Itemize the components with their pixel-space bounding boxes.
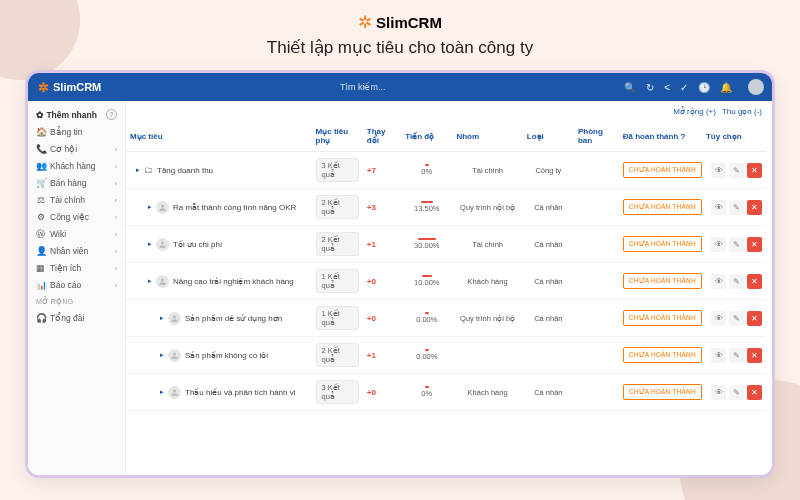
- delete-icon[interactable]: ✕: [747, 348, 762, 363]
- status-button[interactable]: CHƯA HOÀN THÀNH: [623, 384, 702, 400]
- sidebar-item-phone[interactable]: 📞Cơ hội‹: [28, 141, 125, 158]
- objective-name[interactable]: Nâng cao trải nghiệm khách hàng: [173, 277, 294, 286]
- gear-icon: ⚙: [36, 213, 45, 222]
- delete-icon[interactable]: ✕: [747, 237, 762, 252]
- sidebar-item-person[interactable]: 👤Nhân viên‹: [28, 243, 125, 260]
- sidebar-item-users[interactable]: 👥Khách hàng‹: [28, 158, 125, 175]
- view-icon[interactable]: 👁: [711, 163, 726, 178]
- person-icon: 👤: [36, 247, 45, 256]
- result-count-pill[interactable]: 1 Kết quả: [316, 269, 359, 293]
- dept-value: [574, 263, 619, 300]
- table-row: ▸🗂Tăng doanh thu3 Kết quả+70%Tài chínhCô…: [126, 152, 766, 189]
- edit-icon[interactable]: ✎: [729, 274, 744, 289]
- objective-name[interactable]: Tăng doanh thu: [157, 166, 213, 175]
- caret-icon[interactable]: ▸: [148, 203, 152, 211]
- progress-value: 10.00%: [405, 275, 448, 287]
- caret-icon[interactable]: ▸: [160, 388, 164, 396]
- gear-icon: ✲: [38, 80, 49, 95]
- change-value: +7: [367, 166, 376, 175]
- delete-icon[interactable]: ✕: [747, 311, 762, 326]
- sidebar-item-tongdai[interactable]: 🎧Tổng đài: [28, 310, 125, 327]
- sidebar-item-chart[interactable]: 📊Báo cáo‹: [28, 277, 125, 294]
- result-count-pill[interactable]: 2 Kết quả: [316, 195, 359, 219]
- w-icon: Ⓦ: [36, 230, 45, 239]
- status-button[interactable]: CHƯA HOÀN THÀNH: [623, 273, 702, 289]
- objective-name[interactable]: Sản phẩm không có lỗi: [185, 351, 268, 360]
- table-row: ▸Sản phẩm không có lỗi2 Kết quả+10.00%CH…: [126, 337, 766, 374]
- objective-name[interactable]: Sản phẩm dễ sử dụng hơn: [185, 314, 282, 323]
- clock-icon[interactable]: 🕑: [698, 82, 710, 93]
- delete-icon[interactable]: ✕: [747, 385, 762, 400]
- check-icon[interactable]: ✓: [680, 82, 688, 93]
- delete-icon[interactable]: ✕: [747, 274, 762, 289]
- view-icon[interactable]: 👁: [711, 200, 726, 215]
- edit-icon[interactable]: ✎: [729, 385, 744, 400]
- app-window: ✲ SlimCRM Tìm kiếm... 🔍 ↻ < ✓ 🕑 🔔 ✿ Thêm…: [25, 70, 775, 478]
- help-icon[interactable]: ?: [106, 109, 117, 120]
- objective-name[interactable]: Ra mắt thành công tính năng OKR: [173, 203, 296, 212]
- change-value: +1: [367, 351, 376, 360]
- search-input[interactable]: Tìm kiếm...: [101, 82, 624, 92]
- edit-icon[interactable]: ✎: [729, 200, 744, 215]
- edit-icon[interactable]: ✎: [729, 237, 744, 252]
- share-icon[interactable]: <: [664, 82, 670, 93]
- progress-value: 30.00%: [405, 238, 448, 250]
- objective-name[interactable]: Tối ưu chi phí: [173, 240, 222, 249]
- table-row: ▸Sản phẩm dễ sử dụng hơn1 Kết quả+00.00%…: [126, 300, 766, 337]
- quick-add-button[interactable]: ✿ Thêm nhanh ?: [28, 105, 125, 124]
- view-icon[interactable]: 👁: [711, 274, 726, 289]
- caret-icon[interactable]: ▸: [148, 240, 152, 248]
- expand-collapse-toggle[interactable]: Mở rộng (+)Thu gọn (-): [126, 101, 772, 121]
- edit-icon[interactable]: ✎: [729, 348, 744, 363]
- cart-icon: 🛒: [36, 179, 45, 188]
- sidebar-item-grid[interactable]: ▦Tiện ích‹: [28, 260, 125, 277]
- delete-icon[interactable]: ✕: [747, 200, 762, 215]
- app-logo[interactable]: ✲ SlimCRM: [38, 80, 101, 95]
- progress-value: 0%: [405, 386, 448, 398]
- objective-name[interactable]: Thấu hiểu và phân tích hành vi: [185, 388, 296, 397]
- status-button[interactable]: CHƯA HOÀN THÀNH: [623, 347, 702, 363]
- dept-value: [574, 374, 619, 411]
- sidebar-item-scale[interactable]: ⚖Tài chính‹: [28, 192, 125, 209]
- edit-icon[interactable]: ✎: [729, 163, 744, 178]
- caret-icon[interactable]: ▸: [148, 277, 152, 285]
- sidebar-item-cart[interactable]: 🛒Bán hàng‹: [28, 175, 125, 192]
- group-value: [452, 337, 522, 374]
- edit-icon[interactable]: ✎: [729, 311, 744, 326]
- view-icon[interactable]: 👁: [711, 385, 726, 400]
- result-count-pill[interactable]: 2 Kết quả: [316, 232, 359, 256]
- view-icon[interactable]: 👁: [711, 237, 726, 252]
- users-icon: 👥: [36, 162, 45, 171]
- delete-icon[interactable]: ✕: [747, 163, 762, 178]
- view-icon[interactable]: 👁: [711, 311, 726, 326]
- status-button[interactable]: CHƯA HOÀN THÀNH: [623, 236, 702, 252]
- caret-icon[interactable]: ▸: [160, 351, 164, 359]
- caret-icon[interactable]: ▸: [136, 166, 140, 174]
- status-button[interactable]: CHƯA HOÀN THÀNH: [623, 199, 702, 215]
- dept-value: [574, 152, 619, 189]
- progress-value: 0.00%: [405, 312, 448, 324]
- avatar-icon: [156, 238, 169, 251]
- sidebar-item-gear[interactable]: ⚙Công việc‹: [28, 209, 125, 226]
- type-value: Cá nhân: [523, 263, 574, 300]
- avatar[interactable]: [748, 79, 764, 95]
- svg-point-1: [161, 241, 164, 244]
- bell-icon[interactable]: 🔔: [720, 82, 732, 93]
- sidebar-item-w[interactable]: ⓌWiki‹: [28, 226, 125, 243]
- result-count-pill[interactable]: 3 Kết quả: [316, 158, 359, 182]
- avatar-icon: [168, 349, 181, 362]
- search-icon[interactable]: 🔍: [624, 82, 636, 93]
- result-count-pill[interactable]: 3 Kết quả: [316, 380, 359, 404]
- caret-icon[interactable]: ▸: [160, 314, 164, 322]
- status-button[interactable]: CHƯA HOÀN THÀNH: [623, 310, 702, 326]
- change-value: +1: [367, 240, 376, 249]
- sidebar-item-home[interactable]: 🏠Bảng tin: [28, 124, 125, 141]
- svg-point-2: [161, 278, 164, 281]
- status-button[interactable]: CHƯA HOÀN THÀNH: [623, 162, 702, 178]
- change-value: +0: [367, 388, 376, 397]
- svg-point-4: [173, 352, 176, 355]
- view-icon[interactable]: 👁: [711, 348, 726, 363]
- result-count-pill[interactable]: 2 Kết quả: [316, 343, 359, 367]
- result-count-pill[interactable]: 1 Kết quả: [316, 306, 359, 330]
- refresh-icon[interactable]: ↻: [646, 82, 654, 93]
